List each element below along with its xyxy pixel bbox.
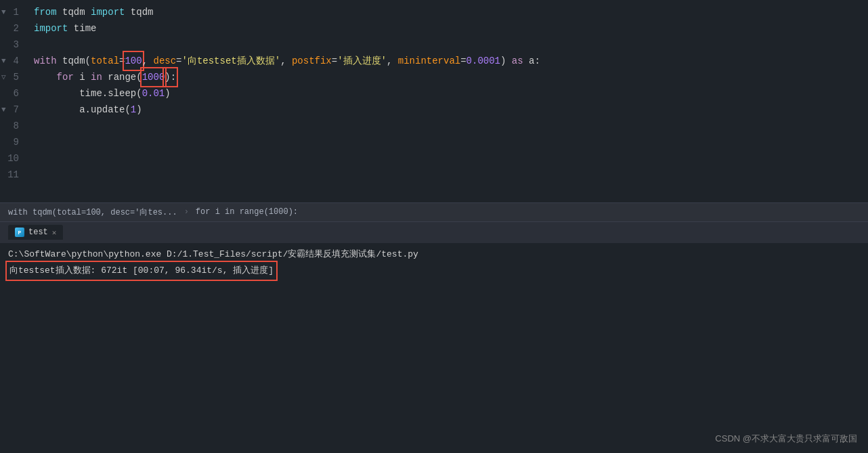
code-line-11 [34,167,868,183]
code-line-7: a.update( 1 ) [34,102,868,118]
breadcrumb-part1: with tqdm(total=100, desc='向tes... [8,207,177,218]
token: , [387,53,398,69]
line-numbers: ▼ 1 2 3 ▼ 4 ▽ 5 6 [0,3,34,202]
token: ): [165,69,176,85]
token: time [68,20,96,37]
token: a: [523,53,540,69]
token-range-1000: 1000 [142,69,165,85]
terminal-tab[interactable]: P test ✕ [8,225,63,240]
code-line-2: import time [34,20,868,37]
token: = [119,53,125,69]
code-line-3 [34,37,868,53]
status-bar: with tqdm(total=100, desc='向tes... › for… [0,202,868,221]
watermark-text: CSDN @不求大富大贵只求富可敌国 [715,433,857,444]
token: postfix [292,53,332,69]
tab-label: test [28,228,48,237]
fold-icon-5[interactable]: ▽ [1,69,6,85]
token: ) [165,85,170,102]
terminal-body[interactable]: C:\SoftWare\python\python.exe D:/1.Test_… [0,243,868,454]
code-line-8 [34,118,868,134]
editor-area: ▼ 1 2 3 ▼ 4 ▽ 5 6 [0,0,868,202]
code-line-1: from tqdm import tqdm [34,4,868,20]
line-num-10: 10 [0,150,26,167]
line-num-6: 6 [0,85,26,102]
editor-wrapper: ▼ 1 2 3 ▼ 4 ▽ 5 6 [0,0,868,453]
token-as: as [512,53,523,69]
code-line-9 [34,134,868,150]
fold-icon-4[interactable]: ▼ [1,53,6,69]
line-num-2: 2 [0,20,26,37]
line-num-5: ▽ 5 [0,69,26,85]
breadcrumb-arrow: › [184,207,189,217]
line-num-3: 3 [0,37,26,53]
token: 0.01 [142,85,165,102]
token: tqdm [125,4,153,20]
fold-icon-1[interactable]: ▼ [1,4,6,20]
token: i [74,69,91,85]
token: range( [102,69,142,85]
token-total-100: 100 [125,53,142,69]
token: a.update( [34,102,131,118]
code-line-4: with tqdm( total = 100 , desc = '向testse… [34,53,868,69]
line-num-9: 9 [0,134,26,150]
tqdm-progress-output: 向testset插入数据: 672it [00:07, 96.34it/s, 插… [8,263,275,278]
token: import [91,4,125,20]
terminal-command: C:\SoftWare\python\python.exe D:/1.Test_… [8,249,418,259]
token [148,53,153,69]
token: , [142,53,148,69]
code-lines: from tqdm import tqdm import time with t… [34,3,868,202]
token: = [460,53,466,69]
token: '插入进度' [337,53,387,69]
token: time.sleep( [34,85,142,102]
code-line-5: for i in range(1000): [34,69,868,85]
token: tqdm [57,4,91,20]
tab-close-button[interactable]: ✕ [52,228,57,237]
watermark: CSDN @不求大富大贵只求富可敌国 [715,433,857,445]
token: = [176,53,181,69]
token: from [34,4,57,20]
token: mininterval [398,53,460,69]
terminal-cmd-line: C:\SoftWare\python\python.exe D:/1.Test_… [8,247,860,262]
line-num-11: 11 [0,167,26,183]
code-container: ▼ 1 2 3 ▼ 4 ▽ 5 6 [0,0,868,202]
token: , [280,53,292,69]
token: desc [153,53,176,69]
token: '向testset插入数据' [182,53,281,69]
line-num-4: ▼ 4 [0,53,26,69]
token: ) [500,53,512,69]
token: for [57,69,74,85]
token: tqdm( [57,53,91,69]
python-icon: P [15,228,24,237]
token: ) [136,102,142,118]
terminal-header: P test ✕ [0,221,868,243]
token: import [34,20,68,37]
token: in [91,69,102,85]
fold-icon-7[interactable]: ▼ [1,102,6,118]
line-num-7: ▼ 7 [0,102,26,118]
token: total [91,53,119,69]
terminal-output-line: 向testset插入数据: 672it [00:07, 96.34it/s, 插… [8,263,860,278]
token: 1 [131,102,136,118]
line-num-8: 8 [0,118,26,134]
breadcrumb-part2: for i in range(1000): [196,207,298,217]
code-line-6: time.sleep( 0.01 ) [34,85,868,102]
token: 0.0001 [466,53,500,69]
line-num-1: ▼ 1 [0,4,26,20]
token: with [34,53,57,69]
token: = [332,53,337,69]
token [34,69,57,85]
code-line-10 [34,150,868,167]
